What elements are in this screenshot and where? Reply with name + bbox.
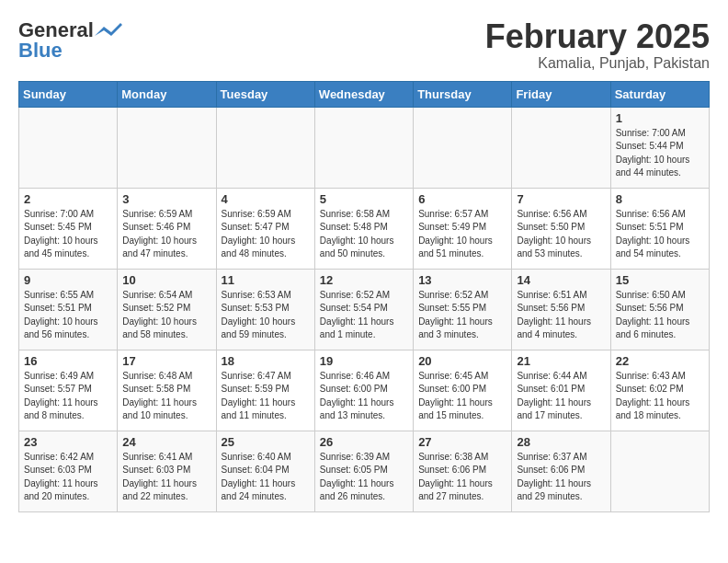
day-number: 14 xyxy=(517,273,605,287)
day-number: 12 xyxy=(320,273,408,287)
cell-info: Sunrise: 6:52 AM Sunset: 5:54 PM Dayligh… xyxy=(320,289,408,342)
calendar-week-row: 1Sunrise: 7:00 AM Sunset: 5:44 PM Daylig… xyxy=(19,107,710,188)
calendar-week-row: 9Sunrise: 6:55 AM Sunset: 5:51 PM Daylig… xyxy=(19,269,710,350)
day-number: 16 xyxy=(24,354,112,368)
calendar-cell xyxy=(512,107,610,188)
calendar-cell: 3Sunrise: 6:59 AM Sunset: 5:46 PM Daylig… xyxy=(118,188,216,269)
cell-info: Sunrise: 6:43 AM Sunset: 6:02 PM Dayligh… xyxy=(616,370,704,423)
calendar-cell: 5Sunrise: 6:58 AM Sunset: 5:48 PM Daylig… xyxy=(314,188,413,269)
calendar-week-row: 2Sunrise: 7:00 AM Sunset: 5:45 PM Daylig… xyxy=(19,188,710,269)
calendar-cell: 4Sunrise: 6:59 AM Sunset: 5:47 PM Daylig… xyxy=(216,188,314,269)
cell-info: Sunrise: 6:55 AM Sunset: 5:51 PM Dayligh… xyxy=(24,289,112,342)
cell-info: Sunrise: 6:58 AM Sunset: 5:48 PM Dayligh… xyxy=(320,208,408,261)
day-number: 6 xyxy=(418,192,506,206)
day-number: 13 xyxy=(418,273,506,287)
day-number: 18 xyxy=(222,354,310,368)
header-day-thursday: Thursday xyxy=(414,81,512,107)
title-block: February 2025 Kamalia, Punjab, Pakistan xyxy=(485,18,710,72)
cell-info: Sunrise: 6:37 AM Sunset: 6:06 PM Dayligh… xyxy=(517,451,605,504)
header-day-friday: Friday xyxy=(512,81,610,107)
day-number: 11 xyxy=(222,273,310,287)
calendar-cell: 15Sunrise: 6:50 AM Sunset: 5:56 PM Dayli… xyxy=(610,269,709,350)
calendar-cell: 2Sunrise: 7:00 AM Sunset: 5:45 PM Daylig… xyxy=(19,188,118,269)
calendar-cell: 12Sunrise: 6:52 AM Sunset: 5:54 PM Dayli… xyxy=(314,269,413,350)
day-number: 23 xyxy=(24,435,112,449)
calendar-cell xyxy=(216,107,314,188)
day-number: 27 xyxy=(418,435,506,449)
calendar-cell: 7Sunrise: 6:56 AM Sunset: 5:50 PM Daylig… xyxy=(512,188,610,269)
cell-info: Sunrise: 6:41 AM Sunset: 6:03 PM Dayligh… xyxy=(122,451,210,504)
cell-info: Sunrise: 6:46 AM Sunset: 6:00 PM Dayligh… xyxy=(320,370,408,423)
calendar-cell: 14Sunrise: 6:51 AM Sunset: 5:56 PM Dayli… xyxy=(512,269,610,350)
day-number: 9 xyxy=(24,273,112,287)
day-number: 25 xyxy=(222,435,310,449)
day-number: 24 xyxy=(122,435,210,449)
cell-info: Sunrise: 6:48 AM Sunset: 5:58 PM Dayligh… xyxy=(122,370,210,423)
calendar-cell: 27Sunrise: 6:38 AM Sunset: 6:06 PM Dayli… xyxy=(414,431,512,511)
day-number: 2 xyxy=(24,192,112,206)
cell-info: Sunrise: 6:38 AM Sunset: 6:06 PM Dayligh… xyxy=(418,451,506,504)
calendar-cell xyxy=(610,431,709,511)
logo: General Blue xyxy=(18,18,122,63)
calendar-cell: 9Sunrise: 6:55 AM Sunset: 5:51 PM Daylig… xyxy=(19,269,118,350)
calendar-cell: 18Sunrise: 6:47 AM Sunset: 5:59 PM Dayli… xyxy=(216,350,314,431)
day-number: 26 xyxy=(320,435,408,449)
calendar-cell: 16Sunrise: 6:49 AM Sunset: 5:57 PM Dayli… xyxy=(19,350,118,431)
calendar-cell: 24Sunrise: 6:41 AM Sunset: 6:03 PM Dayli… xyxy=(118,431,216,511)
day-number: 10 xyxy=(122,273,210,287)
calendar-week-row: 23Sunrise: 6:42 AM Sunset: 6:03 PM Dayli… xyxy=(19,431,710,511)
cell-info: Sunrise: 6:59 AM Sunset: 5:46 PM Dayligh… xyxy=(122,208,210,261)
cell-info: Sunrise: 6:50 AM Sunset: 5:56 PM Dayligh… xyxy=(616,289,704,342)
calendar-cell: 19Sunrise: 6:46 AM Sunset: 6:00 PM Dayli… xyxy=(314,350,413,431)
cell-info: Sunrise: 6:56 AM Sunset: 5:50 PM Dayligh… xyxy=(517,208,605,261)
calendar-cell: 26Sunrise: 6:39 AM Sunset: 6:05 PM Dayli… xyxy=(314,431,413,511)
day-number: 21 xyxy=(517,354,605,368)
logo-bird-icon xyxy=(95,23,122,40)
day-number: 22 xyxy=(616,354,704,368)
page-header: General Blue February 2025 Kamalia, Punj… xyxy=(18,18,710,72)
day-number: 8 xyxy=(616,192,704,206)
day-number: 7 xyxy=(517,192,605,206)
day-number: 3 xyxy=(122,192,210,206)
cell-info: Sunrise: 6:45 AM Sunset: 6:00 PM Dayligh… xyxy=(418,370,506,423)
calendar-cell: 11Sunrise: 6:53 AM Sunset: 5:53 PM Dayli… xyxy=(216,269,314,350)
header-day-wednesday: Wednesday xyxy=(314,81,413,107)
calendar-cell: 13Sunrise: 6:52 AM Sunset: 5:55 PM Dayli… xyxy=(414,269,512,350)
calendar-cell: 23Sunrise: 6:42 AM Sunset: 6:03 PM Dayli… xyxy=(19,431,118,511)
calendar-week-row: 16Sunrise: 6:49 AM Sunset: 5:57 PM Dayli… xyxy=(19,350,710,431)
cell-info: Sunrise: 6:52 AM Sunset: 5:55 PM Dayligh… xyxy=(418,289,506,342)
cell-info: Sunrise: 6:59 AM Sunset: 5:47 PM Dayligh… xyxy=(222,208,310,261)
calendar-cell xyxy=(118,107,216,188)
calendar-cell: 25Sunrise: 6:40 AM Sunset: 6:04 PM Dayli… xyxy=(216,431,314,511)
cell-info: Sunrise: 6:47 AM Sunset: 5:59 PM Dayligh… xyxy=(222,370,310,423)
calendar-cell xyxy=(414,107,512,188)
day-number: 20 xyxy=(418,354,506,368)
location: Kamalia, Punjab, Pakistan xyxy=(485,55,710,72)
calendar-cell: 17Sunrise: 6:48 AM Sunset: 5:58 PM Dayli… xyxy=(118,350,216,431)
day-number: 28 xyxy=(517,435,605,449)
calendar-table: SundayMondayTuesdayWednesdayThursdayFrid… xyxy=(18,81,710,512)
day-number: 19 xyxy=(320,354,408,368)
cell-info: Sunrise: 6:40 AM Sunset: 6:04 PM Dayligh… xyxy=(222,451,310,504)
svg-marker-0 xyxy=(95,23,122,36)
day-number: 15 xyxy=(616,273,704,287)
day-number: 4 xyxy=(222,192,310,206)
calendar-cell: 1Sunrise: 7:00 AM Sunset: 5:44 PM Daylig… xyxy=(610,107,709,188)
cell-info: Sunrise: 7:00 AM Sunset: 5:45 PM Dayligh… xyxy=(24,208,112,261)
cell-info: Sunrise: 6:51 AM Sunset: 5:56 PM Dayligh… xyxy=(517,289,605,342)
calendar-cell: 20Sunrise: 6:45 AM Sunset: 6:00 PM Dayli… xyxy=(414,350,512,431)
header-day-tuesday: Tuesday xyxy=(216,81,314,107)
calendar-cell: 21Sunrise: 6:44 AM Sunset: 6:01 PM Dayli… xyxy=(512,350,610,431)
header-day-saturday: Saturday xyxy=(610,81,709,107)
month-title: February 2025 xyxy=(485,18,710,55)
cell-info: Sunrise: 7:00 AM Sunset: 5:44 PM Dayligh… xyxy=(616,127,704,180)
calendar-cell: 22Sunrise: 6:43 AM Sunset: 6:02 PM Dayli… xyxy=(610,350,709,431)
day-number: 17 xyxy=(122,354,210,368)
calendar-cell xyxy=(314,107,413,188)
calendar-cell: 28Sunrise: 6:37 AM Sunset: 6:06 PM Dayli… xyxy=(512,431,610,511)
calendar-header-row: SundayMondayTuesdayWednesdayThursdayFrid… xyxy=(19,81,710,107)
logo-blue-text: Blue xyxy=(18,39,63,63)
cell-info: Sunrise: 6:42 AM Sunset: 6:03 PM Dayligh… xyxy=(24,451,112,504)
calendar-body: 1Sunrise: 7:00 AM Sunset: 5:44 PM Daylig… xyxy=(19,107,710,511)
cell-info: Sunrise: 6:49 AM Sunset: 5:57 PM Dayligh… xyxy=(24,370,112,423)
